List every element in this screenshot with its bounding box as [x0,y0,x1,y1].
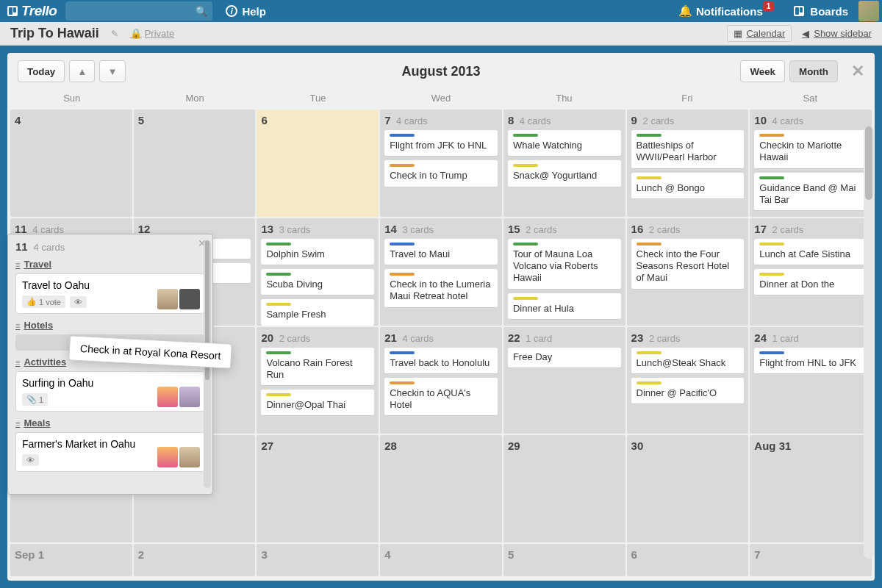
calendar-card[interactable]: Lunch at Cafe Sistina [754,239,867,265]
day-cell[interactable]: 3 [257,544,379,576]
calendar-card[interactable]: Travel to Maui [384,239,498,265]
calendar-card[interactable]: Check in to the Lumeria Maui Retreat hot… [384,269,498,308]
day-cell[interactable]: 4 [380,544,502,576]
today-button[interactable]: Today [18,60,65,82]
calendar-card[interactable]: Dinner at Don the [754,269,867,295]
card-label [513,243,538,245]
day-number: 10 [754,114,767,126]
calendar-card[interactable]: Check into the Four Seasons Resort Hotel… [631,239,745,290]
show-sidebar-label: Show sidebar [814,28,872,39]
popover-count: 4 cards [34,242,65,253]
member-avatar[interactable] [157,387,178,407]
calendar-card[interactable]: Dinner @ Pacific'O [631,378,745,404]
calendar-card[interactable]: Guidance Band @ Mai Tai Bar [754,173,867,212]
calendar-card[interactable]: Checkin to AQUA's Hotel [384,378,498,417]
card-text: Flight from JFK to HNL [390,140,492,151]
calendar-card[interactable]: Check in to Trump [384,160,498,187]
day-cell[interactable]: 22 1 cardFree Day [503,327,625,434]
calendar-card[interactable]: Snack@ Yogurtland [508,160,621,187]
day-cell[interactable]: 24 1 cardFlight from HNL to JFK [750,327,872,434]
trello-logo[interactable]: Trello [3,3,61,19]
day-cell[interactable]: 29 [503,435,625,542]
calendar-card[interactable]: Scuba Diving [261,269,374,295]
day-cell[interactable]: 2 [134,544,256,576]
day-cell[interactable]: 23 2 cardsLunch@Steak ShackDinner @ Paci… [627,327,749,434]
day-cell[interactable]: 28 [380,435,502,542]
section-hotels[interactable]: ≡Hotels [15,320,205,331]
calendar-card[interactable]: Whale Watching [508,130,621,157]
member-avatar[interactable] [179,387,200,407]
lock-icon: 🔒 [130,28,142,39]
privacy-label: Private [145,28,174,39]
day-number: 7 [384,114,390,126]
user-avatar[interactable] [858,1,879,21]
day-cell[interactable]: 21 4 cardsTravel back to HonoluluCheckin… [380,327,502,434]
day-cell[interactable]: 6 [257,110,379,217]
day-cell[interactable]: 27 [257,435,379,542]
day-cell[interactable]: 14 3 cardsTravel to MauiCheck in to the … [380,218,502,326]
day-cell[interactable]: 9 2 cardsBattleships of WWII/Pearl Harbo… [627,110,749,217]
privacy-toggle[interactable]: 🔒 Private [130,28,174,39]
day-cell[interactable]: 5 [503,544,625,576]
day-cell[interactable]: 8 4 cardsWhale WatchingSnack@ Yogurtland [503,110,625,217]
day-cell[interactable]: 30 [627,435,749,542]
calendar-card[interactable]: Flight from HNL to JFK [754,348,867,374]
section-label: Activities [24,356,66,368]
day-cell[interactable]: 20 2 cardsVolcano Rain Forest RunDinner@… [257,327,379,434]
day-cell[interactable]: 13 3 cardsDolphin SwimScuba DivingSample… [257,218,379,326]
calendar-card[interactable]: Flight from JFK to HNL [384,130,498,157]
section-travel[interactable]: ≡Travel [15,259,205,270]
day-cell[interactable]: 15 2 cardsTour of Mauna Loa Volcano via … [503,218,625,326]
calendar-card[interactable]: Dolphin Swim [261,239,374,265]
show-sidebar-button[interactable]: ◀ Show sidebar [802,28,872,39]
calendar-card[interactable]: Tour of Mauna Loa Volcano via Roberts Ha… [508,239,621,290]
calendar-card[interactable]: Lunch @ Bongo [631,173,745,199]
calendar-card[interactable]: Lunch@Steak Shack [631,348,745,374]
day-cell[interactable]: 5 [134,110,256,217]
calendar-card[interactable]: Dinner at Hula [508,293,621,320]
day-cell[interactable]: 17 2 cardsLunch at Cafe SistinaDinner at… [750,218,872,326]
scrollbar-thumb[interactable] [865,126,872,200]
week-view-button[interactable]: Week [740,60,785,82]
day-cell[interactable]: 7 4 cardsFlight from JFK to HNLCheck in … [380,110,502,217]
day-cell[interactable]: 6 [627,544,749,576]
card-surfing[interactable]: Surfing in Oahu 📎1 [15,371,205,412]
prev-button[interactable]: ▲ [69,60,95,82]
member-avatar[interactable] [179,289,200,309]
calendar-card[interactable]: Sample Fresh [261,299,374,325]
boards-button[interactable]: Boards [788,2,854,21]
search-input[interactable]: 🔍 [65,1,212,21]
pencil-icon[interactable]: ✎ [111,29,118,39]
day-number: 3 [261,548,267,561]
day-number: 8 [508,114,514,126]
month-view-button[interactable]: Month [789,60,838,82]
next-button[interactable]: ▼ [99,60,125,82]
section-label: Meals [24,417,50,429]
card-farmers-market[interactable]: Farmer's Market in Oahu 👁 [15,432,205,472]
member-avatar[interactable] [179,447,200,467]
notifications-button[interactable]: 🔔 Notifications 1 [673,1,784,21]
day-cell[interactable]: 16 2 cardsCheck into the Four Seasons Re… [627,218,749,326]
close-icon[interactable]: ✕ [851,62,864,81]
day-cell[interactable]: 4 [10,110,132,217]
calendar-card[interactable]: Battleships of WWII/Pearl Harbor [631,130,745,169]
calendar-button[interactable]: ▦ Calendar [727,25,792,42]
card-text: Checkin to AQUA's Hotel [390,387,492,412]
calendar-card[interactable]: Checkin to Mariotte Hawaii [754,130,867,169]
calendar-card[interactable]: Dinner@Opal Thai [261,390,374,416]
section-meals[interactable]: ≡Meals [15,417,205,429]
vote-badge: 👍1 vote [22,295,65,308]
calendar-card[interactable]: Volcano Rain Forest Run [261,348,374,387]
card-travel-oahu[interactable]: Travel to Oahu 👍1 vote 👁 [15,273,205,314]
member-avatar[interactable] [157,447,178,467]
day-cell[interactable]: Aug 31 [750,435,872,542]
help-link[interactable]: i Help [226,5,266,18]
card-text: Dinner at Hula [513,303,616,315]
member-avatar[interactable] [157,289,178,309]
day-cell[interactable]: Sep 1 [10,544,132,576]
calendar-card[interactable]: Free Day [508,348,621,368]
day-cell[interactable]: 7 [750,544,872,576]
scrollbar[interactable] [864,126,874,559]
day-cell[interactable]: 10 4 cardsCheckin to Mariotte HawaiiGuid… [750,110,872,217]
calendar-card[interactable]: Travel back to Honolulu [384,348,498,374]
